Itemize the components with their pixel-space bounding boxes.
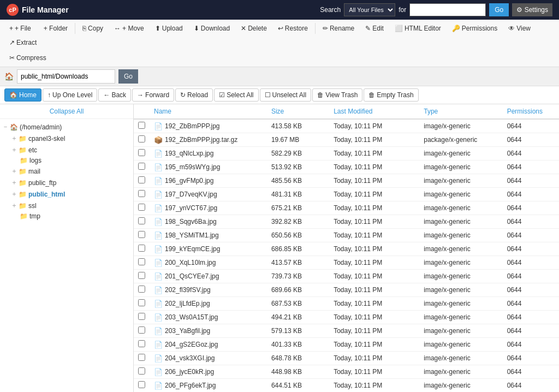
- view-trash-button[interactable]: 🗑 View Trash: [312, 88, 362, 102]
- row-checkbox[interactable]: [138, 354, 145, 361]
- name-col-header[interactable]: Name: [150, 104, 267, 119]
- table-row: 📄 199_kYEqmCE.jpg 686.85 KB Today, 10:11…: [134, 242, 559, 256]
- tree-label-mail: mail: [28, 168, 40, 175]
- row-checkbox-cell: [134, 147, 150, 161]
- modified-col-header[interactable]: Last Modified: [329, 104, 419, 119]
- rename-button[interactable]: ✏ Rename: [318, 22, 359, 35]
- table-row: 📄 198_YSMiTM1.jpg 650.56 KB Today, 10:11…: [134, 229, 559, 242]
- search-scope-select[interactable]: All Your Files: [344, 3, 395, 16]
- file-size: 644.51 KB: [267, 379, 329, 393]
- file-permissions: 0644: [503, 297, 559, 311]
- settings-button[interactable]: ⚙ Settings: [512, 3, 552, 16]
- file-name-cell: 📄 206_PFg6ekT.jpg: [150, 379, 267, 393]
- tree-item-logs[interactable]: 📁 logs: [0, 156, 133, 165]
- delete-button[interactable]: ✕ Delete: [236, 22, 272, 35]
- table-row: 📄 198_Sqgv6Ba.jpg 392.82 KB Today, 10:11…: [134, 215, 559, 229]
- tree-item-public-html[interactable]: ＋ 📁 public_html: [0, 188, 133, 200]
- row-checkbox-cell: [134, 215, 150, 229]
- compress-button[interactable]: ✂ Compress: [4, 51, 51, 64]
- tree-label-logs: logs: [29, 157, 41, 164]
- file-permissions: 0644: [503, 133, 559, 147]
- file-name: 192_ZbBmPPP.jpg.tar.gz: [165, 136, 237, 144]
- permissions-button[interactable]: 🔑 Permissions: [447, 22, 502, 35]
- row-checkbox[interactable]: [138, 149, 145, 156]
- row-checkbox-cell: [134, 133, 150, 147]
- download-button[interactable]: ⬇ Download: [189, 22, 235, 35]
- row-checkbox[interactable]: [138, 286, 145, 293]
- checkbox-col-header: [134, 104, 150, 119]
- row-checkbox[interactable]: [138, 204, 145, 211]
- row-checkbox[interactable]: [138, 135, 145, 142]
- select-all-button[interactable]: ☑ Select All: [214, 88, 258, 102]
- row-checkbox[interactable]: [138, 176, 145, 183]
- row-checkbox[interactable]: [138, 231, 145, 238]
- row-checkbox[interactable]: [138, 367, 145, 375]
- file-size: 675.21 KB: [267, 201, 329, 215]
- row-checkbox[interactable]: [138, 190, 145, 197]
- folder-icon-pftp: 📁: [19, 179, 27, 187]
- tree-item-ssl[interactable]: ＋ 📁 ssl: [0, 200, 133, 211]
- path-go-button[interactable]: Go: [118, 69, 138, 84]
- tree-item-cpanel3-skel[interactable]: ＋ 📁 cpanel3-skel: [0, 133, 133, 144]
- table-row: 📄 206_jycE0kR.jpg 448.98 KB Today, 10:11…: [134, 365, 559, 379]
- row-checkbox[interactable]: [138, 122, 145, 129]
- plus-icon-pftp: ＋: [11, 178, 17, 187]
- file-name: 193_qNlcLxp.jpg: [165, 150, 213, 157]
- folder-icon-logs: 📁: [20, 157, 28, 164]
- view-button[interactable]: 👁 View: [503, 22, 536, 35]
- file-type-icon: 📄: [154, 286, 163, 294]
- path-input[interactable]: [17, 69, 115, 84]
- row-checkbox[interactable]: [138, 217, 145, 224]
- row-checkbox[interactable]: [138, 163, 145, 170]
- size-col-header[interactable]: Size: [267, 104, 329, 119]
- file-modified: Today, 10:11 PM: [329, 229, 419, 242]
- file-type: image/x-generic: [419, 311, 502, 324]
- permissions-col-header[interactable]: Permissions: [503, 104, 559, 119]
- file-modified: Today, 10:11 PM: [329, 324, 419, 338]
- tree-item-root[interactable]: － 🏠 (/home/admin): [0, 121, 133, 133]
- row-checkbox[interactable]: [138, 299, 145, 306]
- html-editor-button[interactable]: ⬜ HTML Editor: [390, 22, 446, 35]
- file-permissions: 0644: [503, 161, 559, 174]
- type-col-header[interactable]: Type: [419, 104, 502, 119]
- edit-button[interactable]: ✎ Edit: [360, 22, 389, 35]
- tree-item-public-ftp[interactable]: ＋ 📁 public_ftp: [0, 177, 133, 188]
- row-checkbox[interactable]: [138, 313, 145, 320]
- empty-trash-button[interactable]: 🗑 Empty Trash: [364, 88, 418, 102]
- row-checkbox[interactable]: [138, 258, 145, 265]
- row-checkbox[interactable]: [138, 245, 145, 252]
- new-file-button[interactable]: + + File: [4, 22, 36, 35]
- back-button[interactable]: ← Back: [98, 88, 131, 102]
- tree-item-tmp[interactable]: 📁 tmp: [0, 211, 133, 221]
- file-type-icon: 📄: [154, 191, 163, 199]
- table-row: 📦 192_ZbBmPPP.jpg.tar.gz 19.67 MB Today,…: [134, 133, 559, 147]
- home-nav-button[interactable]: 🏠 Home: [4, 88, 41, 102]
- file-modified: Today, 10:11 PM: [329, 242, 419, 256]
- forward-button[interactable]: → Forward: [132, 88, 174, 102]
- upload-button[interactable]: ⬆ Upload: [150, 22, 188, 35]
- file-name: 204_vsk3XGI.jpg: [165, 354, 215, 362]
- row-checkbox[interactable]: [138, 272, 145, 279]
- tree-item-mail[interactable]: ＋ 📁 mail: [0, 165, 133, 177]
- row-checkbox[interactable]: [138, 340, 145, 347]
- reload-icon: ↻: [180, 91, 186, 99]
- up-one-level-button[interactable]: ↑ Up One Level: [43, 88, 97, 102]
- row-checkbox[interactable]: [138, 381, 145, 388]
- copy-button[interactable]: ⎘ Copy: [78, 22, 108, 35]
- file-name: 202_ljLfdEp.jpg: [165, 300, 210, 307]
- file-name-cell: 📄 202_ljLfdEp.jpg: [150, 297, 267, 311]
- new-folder-button[interactable]: + Folder: [37, 22, 73, 35]
- unselect-all-button[interactable]: ☐ Unselect All: [260, 88, 312, 102]
- row-checkbox[interactable]: [138, 326, 145, 334]
- tree-item-etc[interactable]: ＋ 📁 etc: [0, 144, 133, 156]
- search-go-button[interactable]: Go: [489, 3, 509, 16]
- collapse-all-button[interactable]: Collapse All: [0, 104, 133, 119]
- file-name-cell: 📄 204_gS2EGoz.jpg: [150, 338, 267, 352]
- move-button[interactable]: ↔ + Move: [109, 22, 149, 35]
- search-input[interactable]: [409, 3, 486, 16]
- up-icon: ↑: [47, 91, 51, 99]
- reload-button[interactable]: ↻ Reload: [175, 88, 213, 102]
- table-row: 📄 204_vsk3XGI.jpg 648.78 KB Today, 10:11…: [134, 352, 559, 365]
- restore-button[interactable]: ↩ Restore: [273, 22, 313, 35]
- extract-button[interactable]: ↗ Extract: [4, 36, 41, 49]
